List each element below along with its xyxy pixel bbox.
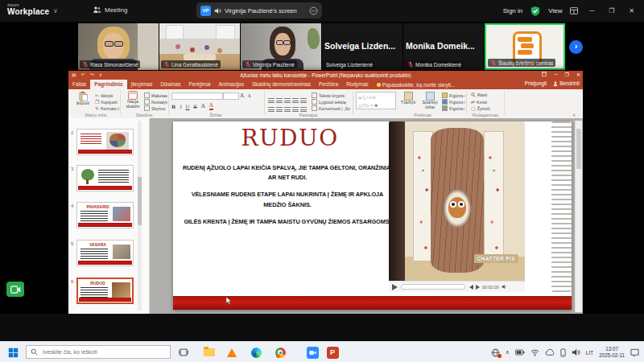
security-shield-icon[interactable]: [530, 6, 540, 16]
floating-start-video-button[interactable]: [6, 282, 24, 297]
tab-dizainas[interactable]: Dizainas: [156, 80, 184, 89]
shape-fill-button[interactable]: Figūros užpildas: [442, 93, 465, 98]
ppt-vertical-scrollbar[interactable]: [575, 121, 582, 312]
thumbnail-scrollbar[interactable]: [138, 121, 142, 311]
copy-button[interactable]: ❐Kopijuoti: [95, 99, 119, 105]
ppt-restore-button[interactable]: ❐: [565, 72, 569, 77]
sign-in-button[interactable]: Sign in: [503, 7, 522, 14]
video-tile-rasa[interactable]: Rasa Simonavičienė: [78, 23, 159, 70]
start-button[interactable]: [3, 342, 23, 362]
shapes-gallery[interactable]: ▭╲○□◇△▽▷☆✚: [356, 92, 396, 109]
find-button[interactable]: Rasti: [471, 93, 502, 97]
play-button[interactable]: [392, 284, 398, 290]
video-volume-icon[interactable]: [502, 284, 507, 290]
ppt-title-bar[interactable]: ▤ ↶ ↷ ∨ Ąžuolas metų laikų karuselėje - …: [68, 71, 583, 80]
restore-button[interactable]: ❐: [605, 7, 617, 14]
ppt-close-button[interactable]: ✕: [576, 72, 580, 77]
section-button[interactable]: Skyrius: [144, 105, 167, 111]
chrome-button[interactable]: [272, 342, 288, 362]
forward-button[interactable]: [476, 285, 480, 290]
tab-rodymas[interactable]: Rodymas: [342, 80, 372, 89]
powerpoint-app-button[interactable]: P: [324, 342, 341, 362]
zoom-app-button[interactable]: [304, 342, 320, 362]
language-indicator[interactable]: LIT: [586, 350, 593, 356]
video-tile-virginija[interactable]: Virginija Paužienė: [241, 23, 321, 70]
replace-button[interactable]: ⇄Keisti: [471, 99, 502, 105]
tab-pagrindinis[interactable]: Pagrindinis: [90, 80, 126, 89]
arrange-button[interactable]: Tvarkyti: [398, 92, 418, 105]
chevron-down-icon[interactable]: ∨: [53, 7, 58, 14]
ppt-minimize-button[interactable]: ─: [554, 72, 557, 77]
scrollbar-thumb[interactable]: [138, 177, 142, 225]
action-center-icon[interactable]: [630, 348, 639, 357]
font-name-input[interactable]: [171, 93, 223, 100]
taskbar-clock[interactable]: 13:07 2025-02-11: [599, 346, 625, 359]
chevron-down-icon[interactable]: ∨: [99, 72, 102, 77]
embedded-video[interactable]: CHATTER PIX 00:00.00: [389, 121, 525, 292]
slide-thumbnail-4[interactable]: PAVASARIS: [76, 202, 134, 228]
ppt-sign-in-button[interactable]: Prisijungti: [525, 80, 547, 86]
quick-styles-button[interactable]: Spartieji stiliai: [419, 92, 440, 110]
slide[interactable]: RUDUO RUDENĮ ĄŽUOLO LAPAI KEIČIA SPALVĄ,…: [173, 121, 572, 310]
underline-button[interactable]: U: [185, 104, 189, 109]
font-color-button[interactable]: A: [209, 102, 213, 110]
share-options-icon[interactable]: [309, 6, 318, 15]
network-status-icon[interactable]: [491, 348, 500, 357]
font-style-buttons[interactable]: B I U S A A: [171, 102, 216, 110]
cut-button[interactable]: ✂Iškirpti: [95, 93, 119, 98]
video-progress-bar[interactable]: [401, 284, 465, 290]
shape-outline-button[interactable]: Figūros kontūras: [442, 99, 465, 105]
phone-link-icon[interactable]: [560, 348, 566, 357]
undo-icon[interactable]: ↶: [81, 72, 85, 77]
collapse-ribbon-icon[interactable]: ∧: [572, 112, 576, 117]
align-text-button[interactable]: Lygiuoti tekstą: [312, 99, 350, 105]
tab-animacijos[interactable]: Animacijos: [215, 80, 248, 89]
strikethrough-button[interactable]: S: [194, 104, 197, 109]
bold-button[interactable]: B: [171, 104, 175, 109]
slide-thumbnail-3[interactable]: [76, 165, 134, 191]
view-button-label[interactable]: View: [548, 7, 562, 14]
video-tile-monika[interactable]: Monika Domeik... Monika Domeikienė: [403, 23, 484, 70]
taskbar-search-box[interactable]: [26, 345, 171, 359]
taskbar-search-input[interactable]: [41, 348, 165, 356]
volume-icon[interactable]: [572, 348, 580, 356]
grow-shrink-font-buttons[interactable]: AA: [240, 93, 254, 99]
next-participants-button[interactable]: ›: [569, 40, 583, 54]
font-size-input[interactable]: [223, 93, 239, 100]
screen-share-indicator[interactable]: VP Virginija Paužienė's screen: [196, 2, 322, 19]
tell-me-box[interactable]: Papasakokite, ką norite daryti...: [373, 80, 460, 89]
ribbon-display-options-icon[interactable]: [542, 72, 547, 77]
italic-button[interactable]: I: [180, 104, 181, 109]
smartart-button[interactable]: Konvertuoti į „SmartArt“: [312, 105, 350, 111]
text-direction-button[interactable]: Teksto kryptis: [312, 93, 350, 98]
layout-button[interactable]: Maketas: [144, 93, 167, 98]
reset-button[interactable]: Nustatyti iš naujo: [144, 99, 167, 105]
redo-icon[interactable]: ↷: [90, 72, 94, 77]
tab-skaidriu-demonstravimas[interactable]: Skaidrių demonstravimas: [248, 80, 315, 89]
video-tile-solveiga[interactable]: Solveiga Lizden... Solveiga Lizdenienė: [322, 23, 402, 70]
tab-iterpimas[interactable]: Įterpimas: [127, 80, 157, 89]
video-tile-siauliu-svietimo-centras[interactable]: Šiaulių švietimo centras: [485, 23, 565, 70]
rewind-button[interactable]: [469, 285, 473, 290]
tab-failas[interactable]: Failas: [68, 80, 90, 89]
battery-icon[interactable]: [515, 349, 525, 356]
ppt-share-button[interactable]: Bendrinti: [553, 80, 580, 86]
task-view-button[interactable]: [175, 342, 192, 362]
minimize-button[interactable]: ─: [586, 7, 597, 14]
view-grid-icon[interactable]: [570, 7, 578, 14]
format-painter-button[interactable]: ✎Formato teptukas: [95, 105, 119, 111]
shape-effects-button[interactable]: Figūros efektai: [442, 105, 465, 111]
vlc-button[interactable]: [224, 342, 240, 362]
tab-perejimai[interactable]: Perėjimai: [184, 80, 214, 89]
edge-button[interactable]: [248, 342, 264, 362]
close-button[interactable]: ✕: [625, 7, 638, 14]
wifi-icon[interactable]: [530, 349, 539, 356]
scrollbar-thumb[interactable]: [576, 129, 581, 169]
slide-thumbnail-5[interactable]: VASARA: [76, 240, 134, 266]
save-icon[interactable]: ▤: [72, 72, 76, 77]
meeting-tab[interactable]: Meeting: [93, 6, 127, 14]
new-slide-button[interactable]: Nauja skaidrė: [123, 91, 142, 109]
tab-perziura[interactable]: Peržiūra: [315, 80, 342, 89]
paste-button[interactable]: Įklijuoti: [72, 91, 93, 106]
tray-expand-chevron[interactable]: ∧: [506, 349, 510, 356]
